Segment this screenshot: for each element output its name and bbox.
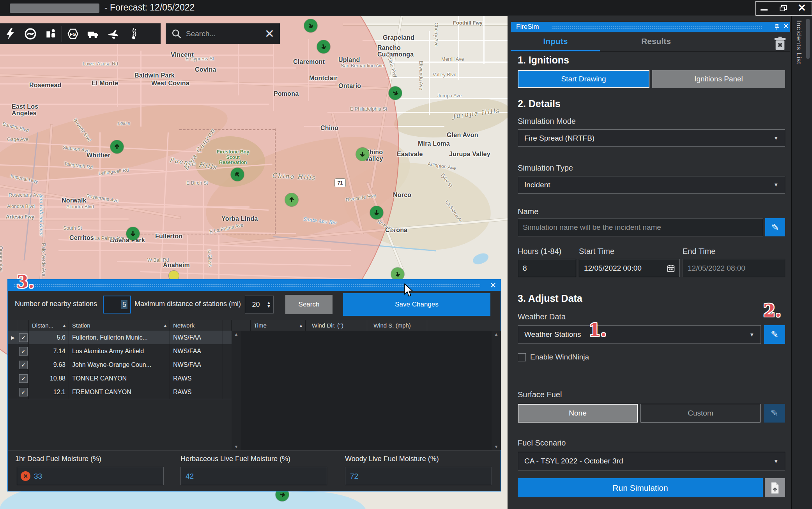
stepper-arrows[interactable]: ▲▼ — [267, 301, 271, 308]
dialog-titlebar[interactable] — [8, 280, 501, 291]
simulation-type-label: Simulation Type — [518, 164, 573, 173]
surface-fuel-custom-button[interactable]: Custom — [640, 404, 761, 423]
header-network[interactable]: Network — [170, 320, 223, 331]
moisture-input[interactable]: ✕33 — [17, 467, 164, 485]
edit-weather-data-button[interactable]: ✎ — [764, 325, 785, 344]
scroll-down-icon[interactable]: ▼ — [234, 443, 239, 450]
edit-name-button[interactable]: ✎ — [765, 218, 785, 236]
weather-data-select[interactable]: Weather Stations▼ — [518, 325, 761, 344]
validation-error-icon: ✕ — [21, 471, 30, 481]
export-simulation-button[interactable] — [765, 478, 785, 497]
readings-scrollbar[interactable]: ▲▼ — [492, 331, 501, 450]
header-wind-speed[interactable]: Wind S. (mph) — [370, 320, 427, 331]
row-checkbox-cell: ✓ — [18, 372, 29, 385]
map-label: E Cypress St — [186, 56, 214, 62]
moisture-label: 1hr Dead Fuel Moisture (%) — [15, 455, 101, 463]
stepper-down-icon[interactable]: ▼ — [267, 305, 271, 308]
team-icon[interactable] — [41, 23, 61, 44]
station-marker[interactable] — [317, 40, 330, 53]
delete-simulation-icon[interactable] — [773, 36, 787, 51]
strip-scrollbar-thumb[interactable] — [806, 19, 810, 59]
pin-icon[interactable] — [773, 23, 781, 31]
station-checkbox[interactable]: ✓ — [19, 374, 28, 383]
restore-button[interactable] — [774, 0, 791, 16]
simulation-type-select[interactable]: Incident▼ — [518, 176, 785, 194]
station-marker[interactable] — [391, 268, 404, 281]
station-marker[interactable] — [356, 148, 369, 161]
smoke-icon[interactable] — [124, 23, 144, 44]
name-input[interactable]: Simulation name will be the incident nam… — [518, 218, 763, 236]
max-distance-value: 20 — [245, 301, 267, 309]
scroll-down-icon[interactable]: ▼ — [494, 443, 499, 450]
minimize-button[interactable] — [755, 0, 773, 16]
map-label: Firestone Boy Scout Reservation — [217, 150, 249, 166]
header-wind-dir[interactable]: Wind Dir. (°) — [309, 320, 367, 331]
moisture-input[interactable]: 42 — [180, 467, 327, 485]
simulation-mode-select[interactable]: Fire Spread (NRTFB)▼ — [518, 129, 785, 147]
end-time-value: 12/05/2022 08:00 — [688, 264, 745, 273]
fuel-scenario-select[interactable]: CA - TSYL 2022 - October 3rd▼ — [518, 452, 785, 470]
station-checkbox[interactable]: ✓ — [19, 361, 28, 369]
aircraft-icon[interactable] — [103, 23, 124, 44]
truck-icon[interactable] — [83, 23, 103, 44]
header-time[interactable]: Time▲ — [251, 320, 306, 331]
stations-search-button[interactable]: Search — [285, 295, 333, 314]
tab-results[interactable]: Results — [613, 37, 699, 46]
nearby-stations-input[interactable]: 5 — [103, 296, 131, 314]
table-row[interactable]: ▶✓5.6Fullerton, Fullerton Munic...NWS/FA… — [8, 331, 232, 345]
search-clear-icon[interactable]: ✕ — [265, 27, 274, 41]
prohibited-icon[interactable] — [20, 23, 41, 44]
panel-close-icon[interactable]: ✕ — [783, 22, 789, 30]
dialog-close-button[interactable]: ✕ — [486, 280, 500, 291]
table-row[interactable]: ✓7.14Los Alamitos Army AirfieldNWS/FAA — [8, 344, 232, 358]
table-row[interactable]: ✓10.88TONNER CANYONRAWS — [8, 372, 232, 386]
tab-inputs[interactable]: Inputs — [511, 37, 600, 46]
map-search-box[interactable]: Search... ✕ — [166, 23, 280, 44]
station-marker[interactable] — [370, 206, 383, 219]
station-marker[interactable] — [304, 19, 317, 32]
weather-stations-dialog: ✕ Number of nearby stations 5 Maximum di… — [7, 279, 501, 491]
station-marker[interactable] — [110, 140, 124, 153]
scroll-up-icon[interactable]: ▲ — [234, 331, 239, 338]
hours-value: 8 — [523, 264, 527, 273]
max-distance-stepper[interactable]: 20 ▲▼ — [245, 296, 274, 314]
start-drawing-button[interactable]: Start Drawing — [518, 70, 649, 88]
map-label: Mira Loma — [418, 140, 450, 147]
station-checkbox[interactable]: ✓ — [19, 333, 28, 342]
ignitions-panel-button[interactable]: Ignitions Panel — [652, 70, 785, 88]
hours-input[interactable]: 8 — [518, 259, 576, 277]
station-marker[interactable] — [231, 168, 244, 181]
windninja-checkbox[interactable] — [518, 353, 526, 361]
station-checkbox[interactable]: ✓ — [19, 388, 28, 396]
save-changes-button[interactable]: Save Changes — [343, 293, 490, 316]
table-row[interactable]: ✓9.63John Wayne-Orange Coun...NWS/FAA — [8, 358, 232, 372]
surface-fuel-none-button[interactable]: None — [518, 404, 638, 423]
incidents-list-tab[interactable]: Incidents List — [795, 20, 803, 64]
lightning-icon[interactable] — [0, 23, 20, 44]
wind-arrow-icon — [393, 269, 403, 280]
header-station[interactable]: Station▲ — [69, 320, 170, 331]
station-marker[interactable] — [126, 227, 140, 240]
start-time-input[interactable]: 12/05/2022 00:00 — [579, 259, 680, 277]
stations-scrollbar[interactable]: ▲▼ — [232, 331, 241, 450]
fg-badge-icon[interactable]: FG — [63, 23, 83, 44]
station-marker[interactable] — [389, 86, 402, 100]
table-row[interactable]: ✓12.1FREMONT CANYONRAWS — [8, 385, 232, 399]
nearby-stations-value: 5 — [121, 300, 127, 309]
firesim-header[interactable]: FireSim ✕ — [511, 22, 790, 32]
station-checkbox[interactable]: ✓ — [19, 347, 28, 356]
moisture-input[interactable]: 72 — [345, 467, 492, 485]
map-label: Grapeland — [383, 34, 414, 41]
run-simulation-button[interactable]: Run Simulation — [518, 478, 763, 497]
map-label: San Gabriel River — [39, 194, 44, 236]
scroll-up-icon[interactable]: ▲ — [494, 331, 499, 338]
header-distance[interactable]: Distan...▲ — [29, 320, 69, 331]
row-indicator — [8, 358, 18, 372]
map-label: Upland — [338, 56, 360, 63]
station-marker[interactable] — [285, 193, 298, 206]
search-input[interactable]: Search... — [186, 30, 265, 38]
map-label: Covina — [195, 66, 216, 73]
edit-surface-fuel-button[interactable]: ✎ — [764, 404, 785, 423]
calendar-icon[interactable] — [667, 264, 675, 272]
close-button[interactable]: ✕ — [793, 0, 810, 16]
